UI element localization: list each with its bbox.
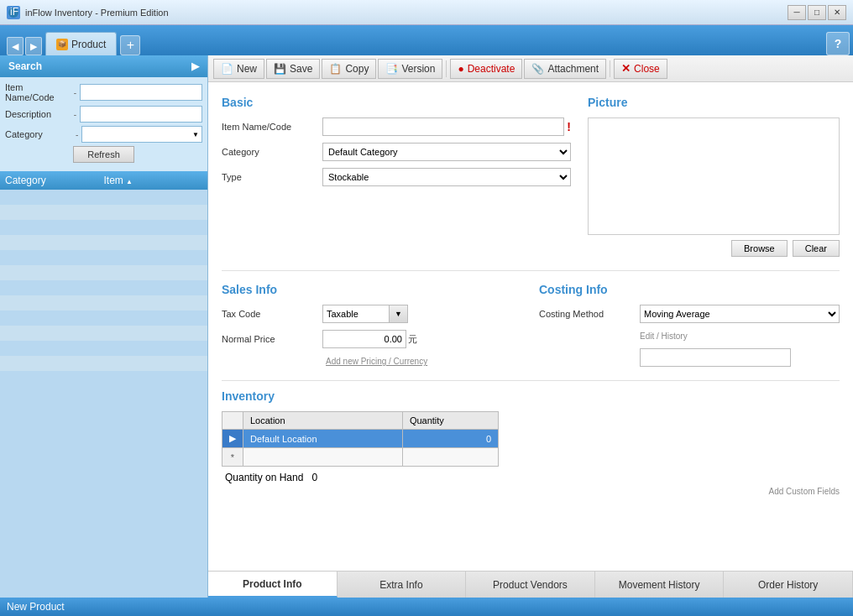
type-form-select[interactable]: Stockable [322, 168, 571, 186]
qty-on-hand-row: Quantity on Hand 0 [222, 472, 840, 483]
list-col-category: Category [5, 175, 104, 186]
tax-code-input[interactable] [322, 305, 390, 323]
category-dropdown-arrow: ▼ [192, 131, 199, 138]
tab-back-button[interactable]: ◀ [7, 37, 24, 55]
list-col-item: Item ▲ [104, 175, 203, 186]
add-tab-button[interactable]: + [120, 35, 140, 55]
edit-history-container: Edit / History [640, 330, 840, 342]
inventory-row[interactable]: ▶ Default Location 0 [222, 430, 499, 448]
basic-section: Basic Item Name/Code ! Category Default … [222, 92, 571, 257]
section-divider [222, 270, 840, 271]
tab-product[interactable]: 📦 Product [45, 32, 117, 55]
help-button[interactable]: ? [826, 32, 850, 55]
svg-text:iF: iF [10, 7, 18, 18]
location-cell[interactable]: Default Location [243, 430, 403, 448]
sidebar-title: Search [8, 60, 42, 72]
list-row[interactable] [0, 326, 207, 341]
clear-button[interactable]: Clear [793, 240, 840, 257]
minimize-button[interactable]: ─ [788, 5, 806, 20]
version-button[interactable]: 📑 Version [378, 59, 442, 79]
tab-order-history[interactable]: Order History [724, 572, 853, 598]
maximize-button[interactable]: □ [808, 5, 826, 20]
save-icon: 💾 [274, 63, 286, 75]
item-name-label: Item Name/Code [5, 82, 71, 102]
list-row[interactable] [0, 295, 207, 311]
section-divider2 [222, 380, 840, 381]
list-header: Category Item ▲ [0, 171, 207, 190]
product-tab-icon: 📦 [56, 39, 68, 50]
item-name-form-input[interactable] [322, 117, 564, 136]
type-form-row: Type Stockable [222, 168, 571, 186]
sort-icon: ▲ [126, 178, 133, 185]
normal-price-label: Normal Price [222, 334, 322, 344]
tab-forward-button[interactable]: ▶ [25, 37, 42, 55]
tab-product-vendors[interactable]: Product Vendors [466, 572, 595, 598]
list-row[interactable] [0, 205, 207, 220]
list-row[interactable] [0, 311, 207, 326]
deactivate-icon: ● [458, 63, 463, 75]
tab-extra-info[interactable]: Extra Info [338, 572, 467, 598]
tab-product-label: Product [71, 39, 106, 50]
item-name-input[interactable] [80, 84, 202, 101]
content-area: 📄 New 💾 Save 📋 Copy 📑 Version ● Deactiva… [208, 55, 853, 598]
add-pricing-link[interactable]: Add new Pricing / Currency [326, 357, 427, 366]
list-row[interactable] [0, 250, 207, 265]
basic-picture-layout: Basic Item Name/Code ! Category Default … [222, 92, 840, 257]
deactivate-button[interactable]: ● Deactivate [450, 59, 522, 79]
copy-button[interactable]: 📋 Copy [322, 59, 376, 79]
list-row[interactable] [0, 265, 207, 280]
sales-costing-layout: Sales Info Tax Code ▼ Normal Price 元 Add… [222, 279, 840, 367]
list-row[interactable] [0, 190, 207, 205]
refresh-button[interactable]: Refresh [73, 146, 134, 163]
costing-method-select[interactable]: Moving Average [640, 305, 840, 323]
new-button[interactable]: 📄 New [213, 59, 264, 79]
costing-method-row: Costing Method Moving Average [539, 305, 840, 323]
attachment-button[interactable]: 📎 Attachment [524, 59, 606, 79]
type-form-label: Type [222, 172, 322, 182]
list-row[interactable] [0, 356, 207, 371]
edit-history-link[interactable]: Edit / History [640, 331, 688, 341]
list-row[interactable] [0, 341, 207, 356]
new-row-indicator: * [222, 448, 243, 467]
close-icon: ✕ [621, 62, 631, 75]
inventory-new-row[interactable]: * [222, 448, 499, 467]
new-icon: 📄 [221, 63, 233, 75]
list-row[interactable] [0, 235, 207, 250]
tax-code-label: Tax Code [222, 309, 322, 319]
new-location-cell[interactable] [243, 448, 403, 467]
save-button[interactable]: 💾 Save [266, 59, 320, 79]
bottom-tabs: Product Info Extra Info Product Vendors … [208, 571, 853, 598]
sidebar-expand-button[interactable]: ▶ [191, 60, 199, 72]
normal-price-row: Normal Price 元 [222, 330, 522, 348]
form-area: Basic Item Name/Code ! Category Default … [208, 82, 853, 571]
sales-section-title: Sales Info [222, 283, 522, 296]
list-row[interactable] [0, 280, 207, 295]
copy-icon: 📋 [329, 63, 342, 75]
close-button[interactable]: ✕ Close [614, 59, 667, 79]
toolbar-separator2 [610, 60, 610, 77]
picture-section: Picture Browse Clear [588, 92, 840, 257]
search-category-row: Category - ▼ [5, 126, 202, 143]
close-window-button[interactable]: ✕ [828, 5, 846, 20]
tab-movement-history[interactable]: Movement History [595, 572, 725, 598]
costing-section: Costing Info Costing Method Moving Avera… [539, 279, 840, 367]
col-quantity: Quantity [402, 412, 498, 430]
picture-box [588, 117, 840, 235]
tab-product-info[interactable]: Product Info [208, 572, 338, 598]
app-title: inFlow Inventory - Premium Edition [25, 8, 788, 18]
attachment-icon: 📎 [531, 63, 544, 75]
browse-button[interactable]: Browse [731, 240, 788, 257]
tax-code-dropdown-button[interactable]: ▼ [390, 305, 408, 323]
list-row[interactable] [0, 371, 207, 386]
description-input[interactable] [80, 106, 202, 123]
sidebar-header: Search ▶ [0, 55, 207, 77]
category-dropdown[interactable]: ▼ [81, 126, 202, 143]
costing-value-input[interactable] [640, 348, 791, 367]
category-form-select[interactable]: Default Category [322, 143, 571, 161]
normal-price-input[interactable] [322, 330, 406, 348]
add-custom-fields-link[interactable]: Add Custom Fields [222, 487, 840, 496]
picture-section-title: Picture [588, 96, 840, 109]
status-bar: New Product [0, 598, 853, 616]
list-row[interactable] [0, 220, 207, 235]
window-controls: ─ □ ✕ [788, 5, 846, 20]
